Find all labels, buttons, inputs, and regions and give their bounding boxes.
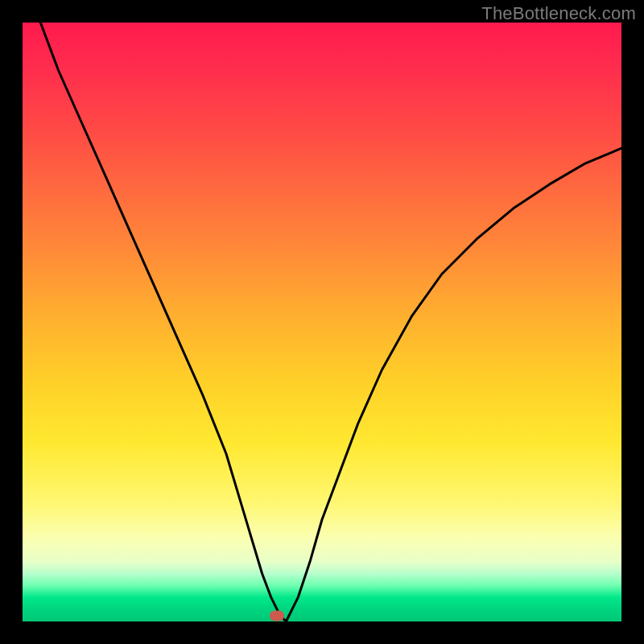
chart-frame: TheBottleneck.com bbox=[0, 0, 644, 644]
plot-area bbox=[23, 23, 621, 621]
bottleneck-curve bbox=[23, 23, 621, 621]
optimum-marker bbox=[270, 610, 284, 621]
curve-path bbox=[40, 23, 621, 621]
watermark-text: TheBottleneck.com bbox=[481, 3, 636, 24]
